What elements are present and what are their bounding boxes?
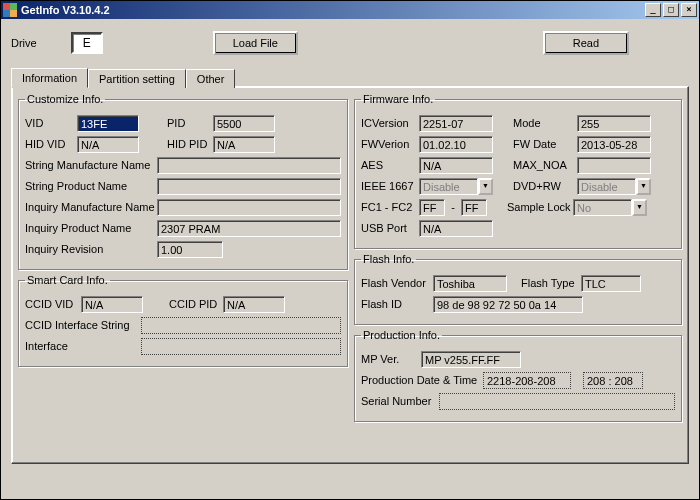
inq-mfg-field[interactable] — [157, 199, 341, 216]
ccid-if-field[interactable] — [141, 317, 341, 334]
str-prod-field[interactable] — [157, 178, 341, 195]
vid-field[interactable]: 13FE — [77, 115, 139, 132]
flash-id-field[interactable]: 98 de 98 92 72 50 0a 14 — [433, 296, 583, 313]
str-prod-label: String Product Name — [25, 180, 153, 192]
fwdate-label: FW Date — [513, 138, 573, 150]
ccid-vid-label: CCID VID — [25, 298, 77, 310]
sample-lock-combo[interactable]: No▼ — [573, 199, 647, 216]
fwver-field[interactable]: 01.02.10 — [419, 136, 493, 153]
hidvid-label: HID VID — [25, 138, 73, 150]
chevron-down-icon: ▼ — [636, 178, 651, 195]
inq-prod-label: Inquiry Product Name — [25, 222, 153, 234]
ccid-pid-label: CCID PID — [169, 298, 219, 310]
tab-container: Information Partition setting Other Cust… — [11, 67, 689, 464]
window: GetInfo V3.10.4.2 _ □ × Drive E Load Fil… — [0, 0, 700, 500]
fc1-field[interactable]: FF — [419, 199, 445, 216]
read-button[interactable]: Read — [543, 31, 629, 55]
titlebar: GetInfo V3.10.4.2 _ □ × — [1, 1, 699, 19]
smartcard-legend: Smart Card Info. — [25, 274, 110, 286]
ccid-pid-field[interactable]: N/A — [223, 296, 285, 313]
icversion-label: ICVersion — [361, 117, 415, 129]
serial-field[interactable] — [439, 393, 675, 410]
hidvid-field[interactable]: N/A — [77, 136, 139, 153]
flash-type-label: Flash Type — [521, 277, 577, 289]
customize-info-group: Customize Info. VID 13FE PID 5500 HID VI… — [18, 93, 348, 270]
mpver-label: MP Ver. — [361, 353, 417, 365]
mode-field[interactable]: 255 — [577, 115, 651, 132]
str-mfg-label: String Manufacture Name — [25, 159, 153, 171]
interface-field[interactable] — [141, 338, 341, 355]
mpver-field[interactable]: MP v255.FF.FF — [421, 351, 521, 368]
production-legend: Production Info. — [361, 329, 442, 341]
maxnoa-field[interactable] — [577, 157, 651, 174]
inq-mfg-label: Inquiry Manufacture Name — [25, 201, 153, 213]
usbport-field[interactable]: N/A — [419, 220, 493, 237]
ccid-if-label: CCID Interface String — [25, 319, 137, 331]
drive-input[interactable]: E — [71, 32, 103, 54]
chevron-down-icon: ▼ — [632, 199, 647, 216]
window-title: GetInfo V3.10.4.2 — [21, 4, 645, 16]
flash-vendor-field[interactable]: Toshiba — [433, 275, 507, 292]
maximize-button[interactable]: □ — [663, 3, 679, 17]
usbport-label: USB Port — [361, 222, 415, 234]
tab-partition-setting[interactable]: Partition setting — [88, 69, 186, 88]
icversion-field[interactable]: 2251-07 — [419, 115, 493, 132]
tab-panel: Customize Info. VID 13FE PID 5500 HID VI… — [11, 86, 689, 464]
customize-legend: Customize Info. — [25, 93, 105, 105]
fwver-label: FWVerion — [361, 138, 415, 150]
inq-rev-field[interactable]: 1.00 — [157, 241, 223, 258]
fc-dash: - — [449, 201, 457, 213]
flash-id-label: Flash ID — [361, 298, 429, 310]
tab-other[interactable]: Other — [186, 69, 236, 88]
ieee-label: IEEE 1667 — [361, 180, 415, 192]
ccid-vid-field[interactable]: N/A — [81, 296, 143, 313]
smart-card-info-group: Smart Card Info. CCID VID N/A CCID PID N… — [18, 274, 348, 367]
prod-date-field[interactable]: 2218-208-208 — [483, 372, 571, 389]
flash-type-field[interactable]: TLC — [581, 275, 641, 292]
chevron-down-icon: ▼ — [478, 178, 493, 195]
fwdate-field[interactable]: 2013-05-28 — [577, 136, 651, 153]
dvdrw-combo[interactable]: Disable▼ — [577, 178, 651, 195]
firmware-info-group: Firmware Info. ICVersion 2251-07 Mode 25… — [354, 93, 682, 249]
fc-label: FC1 - FC2 — [361, 201, 415, 213]
load-file-button[interactable]: Load File — [213, 31, 298, 55]
str-mfg-field[interactable] — [157, 157, 341, 174]
prod-time-field[interactable]: 208 : 208 — [583, 372, 643, 389]
flash-info-group: Flash Info. Flash Vendor Toshiba Flash T… — [354, 253, 682, 325]
fc2-field[interactable]: FF — [461, 199, 487, 216]
maxnoa-label: MAX_NOA — [513, 159, 573, 171]
flash-legend: Flash Info. — [361, 253, 416, 265]
hidpid-field[interactable]: N/A — [213, 136, 275, 153]
ieee-combo[interactable]: Disable▼ — [419, 178, 493, 195]
vid-label: VID — [25, 117, 73, 129]
dvdrw-label: DVD+RW — [513, 180, 573, 192]
aes-label: AES — [361, 159, 415, 171]
sample-lock-label: Sample Lock — [507, 201, 569, 213]
app-icon — [3, 3, 17, 17]
close-button[interactable]: × — [681, 3, 697, 17]
minimize-button[interactable]: _ — [645, 3, 661, 17]
inq-rev-label: Inquiry Revision — [25, 243, 153, 255]
tab-information[interactable]: Information — [11, 68, 88, 88]
serial-label: Serial Number — [361, 395, 435, 407]
drive-label: Drive — [11, 37, 37, 49]
mode-label: Mode — [513, 117, 573, 129]
top-toolbar: Drive E Load File Read — [1, 19, 699, 61]
flash-vendor-label: Flash Vendor — [361, 277, 429, 289]
firmware-legend: Firmware Info. — [361, 93, 435, 105]
aes-field[interactable]: N/A — [419, 157, 493, 174]
inq-prod-field[interactable]: 2307 PRAM — [157, 220, 341, 237]
hidpid-label: HID PID — [167, 138, 209, 150]
prod-dt-label: Production Date & Time — [361, 374, 479, 386]
pid-label: PID — [167, 117, 209, 129]
interface-label: Interface — [25, 340, 137, 352]
production-info-group: Production Info. MP Ver. MP v255.FF.FF P… — [354, 329, 682, 422]
pid-field[interactable]: 5500 — [213, 115, 275, 132]
